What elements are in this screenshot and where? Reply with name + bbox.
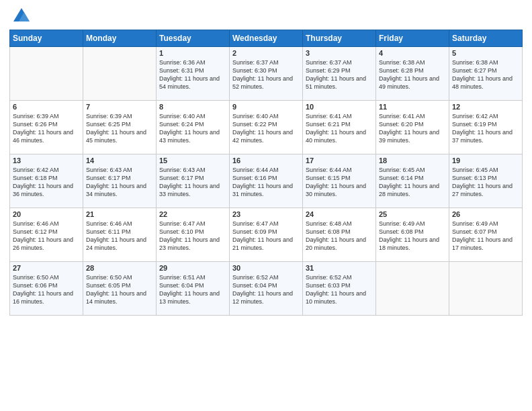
day-number: 27: [13, 264, 80, 272]
day-info: Sunrise: 6:46 AMSunset: 6:11 PMDaylight:…: [86, 220, 153, 253]
logo-icon: [12, 7, 31, 26]
day-info: Sunrise: 6:51 AMSunset: 6:04 PMDaylight:…: [159, 273, 226, 306]
calendar-cell: 30Sunrise: 6:52 AMSunset: 6:04 PMDayligh…: [230, 262, 303, 316]
calendar-cell: 23Sunrise: 6:47 AMSunset: 6:09 PMDayligh…: [230, 208, 303, 262]
calendar-cell: 24Sunrise: 6:48 AMSunset: 6:08 PMDayligh…: [303, 208, 376, 262]
calendar-cell: 5Sunrise: 6:38 AMSunset: 6:27 PMDaylight…: [449, 47, 523, 101]
day-info: Sunrise: 6:47 AMSunset: 6:09 PMDaylight:…: [232, 220, 300, 253]
day-number: 1: [159, 49, 226, 57]
weekday-header-tuesday: Tuesday: [157, 30, 230, 47]
day-number: 13: [13, 156, 80, 165]
calendar-cell: 13Sunrise: 6:42 AMSunset: 6:18 PMDayligh…: [10, 154, 83, 208]
calendar-cell: [10, 47, 83, 101]
day-number: 3: [306, 49, 373, 57]
calendar-week-4: 20Sunrise: 6:46 AMSunset: 6:12 PMDayligh…: [10, 208, 523, 262]
day-info: Sunrise: 6:39 AMSunset: 6:25 PMDaylight:…: [86, 112, 153, 145]
day-info: Sunrise: 6:43 AMSunset: 6:17 PMDaylight:…: [159, 166, 226, 199]
day-number: 26: [452, 210, 519, 218]
calendar-cell: 4Sunrise: 6:38 AMSunset: 6:28 PMDaylight…: [376, 47, 449, 101]
calendar-cell: 29Sunrise: 6:51 AMSunset: 6:04 PMDayligh…: [157, 262, 230, 316]
day-number: 15: [159, 156, 226, 165]
calendar-cell: 17Sunrise: 6:44 AMSunset: 6:15 PMDayligh…: [303, 154, 376, 208]
calendar-cell: 16Sunrise: 6:44 AMSunset: 6:16 PMDayligh…: [230, 154, 303, 208]
weekday-header-row: SundayMondayTuesdayWednesdayThursdayFrid…: [10, 30, 523, 47]
day-number: 6: [13, 103, 80, 111]
calendar-cell: 31Sunrise: 6:52 AMSunset: 6:03 PMDayligh…: [303, 262, 376, 316]
day-number: 9: [232, 103, 300, 111]
calendar-cell: 1Sunrise: 6:36 AMSunset: 6:31 PMDaylight…: [157, 47, 230, 101]
calendar-cell: 8Sunrise: 6:40 AMSunset: 6:24 PMDaylight…: [157, 101, 230, 154]
day-info: Sunrise: 6:38 AMSunset: 6:28 PMDaylight:…: [379, 58, 446, 91]
day-number: 25: [379, 210, 446, 218]
day-number: 7: [86, 103, 153, 111]
day-info: Sunrise: 6:48 AMSunset: 6:08 PMDaylight:…: [306, 220, 373, 253]
day-info: Sunrise: 6:44 AMSunset: 6:16 PMDaylight:…: [232, 166, 300, 199]
calendar-table: SundayMondayTuesdayWednesdayThursdayFrid…: [9, 30, 523, 316]
day-number: 16: [232, 156, 300, 165]
day-info: Sunrise: 6:49 AMSunset: 6:08 PMDaylight:…: [379, 220, 446, 253]
calendar-cell: 21Sunrise: 6:46 AMSunset: 6:11 PMDayligh…: [83, 208, 157, 262]
calendar-cell: 15Sunrise: 6:43 AMSunset: 6:17 PMDayligh…: [157, 154, 230, 208]
day-number: 31: [306, 264, 373, 272]
day-number: 30: [232, 264, 300, 272]
day-info: Sunrise: 6:50 AMSunset: 6:06 PMDaylight:…: [13, 273, 80, 306]
day-info: Sunrise: 6:37 AMSunset: 6:29 PMDaylight:…: [306, 58, 373, 91]
weekday-header-friday: Friday: [376, 30, 449, 47]
day-number: 20: [13, 210, 80, 218]
weekday-header-saturday: Saturday: [449, 30, 523, 47]
header: [9, 7, 523, 26]
calendar-cell: 2Sunrise: 6:37 AMSunset: 6:30 PMDaylight…: [230, 47, 303, 101]
day-info: Sunrise: 6:45 AMSunset: 6:14 PMDaylight:…: [379, 166, 446, 199]
calendar-cell: 28Sunrise: 6:50 AMSunset: 6:05 PMDayligh…: [83, 262, 157, 316]
day-number: 21: [86, 210, 153, 218]
day-info: Sunrise: 6:38 AMSunset: 6:27 PMDaylight:…: [452, 58, 519, 91]
day-number: 12: [452, 103, 519, 111]
day-info: Sunrise: 6:46 AMSunset: 6:12 PMDaylight:…: [13, 220, 80, 253]
day-info: Sunrise: 6:42 AMSunset: 6:19 PMDaylight:…: [452, 112, 519, 145]
day-info: Sunrise: 6:40 AMSunset: 6:22 PMDaylight:…: [232, 112, 300, 145]
day-info: Sunrise: 6:47 AMSunset: 6:10 PMDaylight:…: [159, 220, 226, 253]
day-info: Sunrise: 6:50 AMSunset: 6:05 PMDaylight:…: [86, 273, 153, 306]
calendar-cell: 27Sunrise: 6:50 AMSunset: 6:06 PMDayligh…: [10, 262, 83, 316]
calendar-cell: 19Sunrise: 6:45 AMSunset: 6:13 PMDayligh…: [449, 154, 523, 208]
calendar-cell: 12Sunrise: 6:42 AMSunset: 6:19 PMDayligh…: [449, 101, 523, 154]
calendar-cell: 9Sunrise: 6:40 AMSunset: 6:22 PMDaylight…: [230, 101, 303, 154]
day-info: Sunrise: 6:37 AMSunset: 6:30 PMDaylight:…: [232, 58, 300, 91]
day-number: 2: [232, 49, 300, 57]
calendar-week-1: 1Sunrise: 6:36 AMSunset: 6:31 PMDaylight…: [10, 47, 523, 101]
calendar-week-2: 6Sunrise: 6:39 AMSunset: 6:26 PMDaylight…: [10, 101, 523, 154]
calendar-cell: [83, 47, 157, 101]
calendar-cell: 6Sunrise: 6:39 AMSunset: 6:26 PMDaylight…: [10, 101, 83, 154]
day-number: 23: [232, 210, 300, 218]
day-info: Sunrise: 6:45 AMSunset: 6:13 PMDaylight:…: [452, 166, 519, 199]
calendar-cell: 10Sunrise: 6:41 AMSunset: 6:21 PMDayligh…: [303, 101, 376, 154]
day-number: 8: [159, 103, 226, 111]
day-info: Sunrise: 6:49 AMSunset: 6:07 PMDaylight:…: [452, 220, 519, 253]
page-container: SundayMondayTuesdayWednesdayThursdayFrid…: [0, 0, 532, 322]
day-info: Sunrise: 6:41 AMSunset: 6:20 PMDaylight:…: [379, 112, 446, 145]
calendar-cell: 20Sunrise: 6:46 AMSunset: 6:12 PMDayligh…: [10, 208, 83, 262]
logo: [9, 7, 31, 26]
day-number: 28: [86, 264, 153, 272]
day-number: 17: [306, 156, 373, 165]
calendar-cell: 26Sunrise: 6:49 AMSunset: 6:07 PMDayligh…: [449, 208, 523, 262]
calendar-cell: 14Sunrise: 6:43 AMSunset: 6:17 PMDayligh…: [83, 154, 157, 208]
calendar-cell: 11Sunrise: 6:41 AMSunset: 6:20 PMDayligh…: [376, 101, 449, 154]
day-info: Sunrise: 6:52 AMSunset: 6:03 PMDaylight:…: [306, 273, 373, 306]
day-number: 11: [379, 103, 446, 111]
day-info: Sunrise: 6:42 AMSunset: 6:18 PMDaylight:…: [13, 166, 80, 199]
day-info: Sunrise: 6:44 AMSunset: 6:15 PMDaylight:…: [306, 166, 373, 199]
day-number: 19: [452, 156, 519, 165]
calendar-cell: [449, 262, 523, 316]
day-number: 18: [379, 156, 446, 165]
calendar-cell: 3Sunrise: 6:37 AMSunset: 6:29 PMDaylight…: [303, 47, 376, 101]
calendar-cell: [376, 262, 449, 316]
calendar-week-3: 13Sunrise: 6:42 AMSunset: 6:18 PMDayligh…: [10, 154, 523, 208]
day-info: Sunrise: 6:36 AMSunset: 6:31 PMDaylight:…: [159, 58, 226, 91]
day-number: 14: [86, 156, 153, 165]
calendar-cell: 22Sunrise: 6:47 AMSunset: 6:10 PMDayligh…: [157, 208, 230, 262]
calendar-cell: 25Sunrise: 6:49 AMSunset: 6:08 PMDayligh…: [376, 208, 449, 262]
day-number: 10: [306, 103, 373, 111]
day-number: 4: [379, 49, 446, 57]
calendar-cell: 18Sunrise: 6:45 AMSunset: 6:14 PMDayligh…: [376, 154, 449, 208]
